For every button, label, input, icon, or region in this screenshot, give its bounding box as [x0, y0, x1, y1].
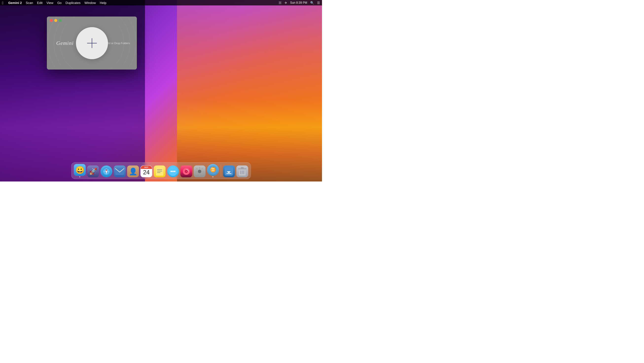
dock: 😀 🚀 [71, 162, 251, 179]
music-icon [180, 166, 192, 177]
launchpad-icon: 🚀 [87, 166, 99, 177]
svg-point-18 [198, 170, 202, 173]
messages-icon [167, 166, 179, 177]
mail-icon [114, 166, 126, 177]
safari-icon [100, 166, 112, 177]
svg-rect-6 [116, 168, 124, 175]
dock-item-gemini[interactable]: ♊ [207, 164, 219, 177]
system-preferences-icon [194, 166, 206, 177]
add-folder-button[interactable] [76, 27, 108, 59]
svg-point-13 [172, 171, 174, 172]
svg-line-23 [196, 168, 198, 170]
apple-menu[interactable]:  [2, 1, 3, 5]
contacts-icon: 👤 [127, 166, 139, 177]
dock-item-trash[interactable] [236, 166, 248, 177]
menubar-right: ☵ ✈ Sun 8:39 PM 🔍 ☰ [278, 1, 320, 5]
svg-point-14 [174, 171, 176, 172]
dock-item-safari[interactable] [100, 166, 112, 177]
svg-rect-34 [241, 167, 244, 169]
dock-item-downloads[interactable] [223, 166, 235, 177]
finder-dot [80, 176, 80, 177]
finder-icon: 😀 [74, 164, 86, 176]
gemini-dot [212, 176, 214, 177]
window-controls [50, 19, 62, 22]
svg-point-17 [186, 171, 187, 172]
dock-item-calendar[interactable]: SEP 24 [140, 166, 152, 177]
menubar:  Gemini 2 Scan Edit View Go Duplicates … [0, 0, 322, 6]
dock-item-messages[interactable] [167, 166, 179, 177]
trash-icon [236, 166, 248, 177]
menubar-go[interactable]: Go [57, 1, 62, 5]
menubar-window[interactable]: Window [84, 1, 96, 5]
menubar-clock: Sun 8:39 PM [290, 1, 307, 4]
dock-item-mail[interactable] [114, 166, 126, 177]
gemini-app-icon: ♊ [207, 164, 219, 176]
search-icon[interactable]: 🔍 [310, 1, 314, 5]
window-minimize-button[interactable] [54, 19, 57, 22]
dock-container: 😀 🚀 [71, 162, 251, 179]
dock-item-notes[interactable] [154, 166, 166, 177]
notes-icon [154, 166, 166, 177]
dock-item-music[interactable] [180, 166, 192, 177]
plus-icon [87, 38, 97, 48]
window-maximize-button[interactable] [59, 19, 62, 22]
dock-separator [221, 165, 221, 176]
notification-list-icon[interactable]: ☰ [317, 1, 320, 5]
dock-item-contacts[interactable]: 👤 [127, 166, 139, 177]
calendar-month: SEP [141, 166, 152, 169]
dock-item-sysprefs[interactable] [194, 166, 206, 177]
menubar-scan[interactable]: Scan [26, 1, 33, 5]
menubar-left:  Gemini 2 Scan Edit View Go Duplicates … [2, 1, 106, 5]
svg-line-25 [202, 168, 203, 170]
menubar-help[interactable]: Help [100, 1, 106, 5]
calendar-icon: SEP 24 [140, 166, 152, 177]
dock-item-finder[interactable]: 😀 [74, 164, 86, 177]
svg-point-12 [170, 171, 172, 172]
menubar-duplicates[interactable]: Duplicates [66, 1, 80, 5]
svg-line-26 [196, 174, 198, 174]
gemini-window: Gemini Add or Drop Folders [47, 16, 137, 70]
svg-text:♊: ♊ [210, 167, 216, 172]
menubar-app-name[interactable]: Gemini 2 [8, 1, 22, 5]
menubar-view[interactable]: View [46, 1, 53, 5]
svg-line-24 [202, 174, 203, 174]
dock-item-launchpad[interactable]: 🚀 [87, 166, 99, 177]
menubar-edit[interactable]: Edit [37, 1, 42, 5]
notification-center-icon[interactable]: ☵ [278, 1, 282, 5]
downloads-icon [223, 166, 235, 177]
window-close-button[interactable] [50, 19, 53, 22]
drop-folders-label: Add or Drop Folders [106, 42, 130, 45]
calendar-day: 24 [143, 170, 150, 175]
airdrop-icon[interactable]: ✈ [284, 1, 287, 5]
